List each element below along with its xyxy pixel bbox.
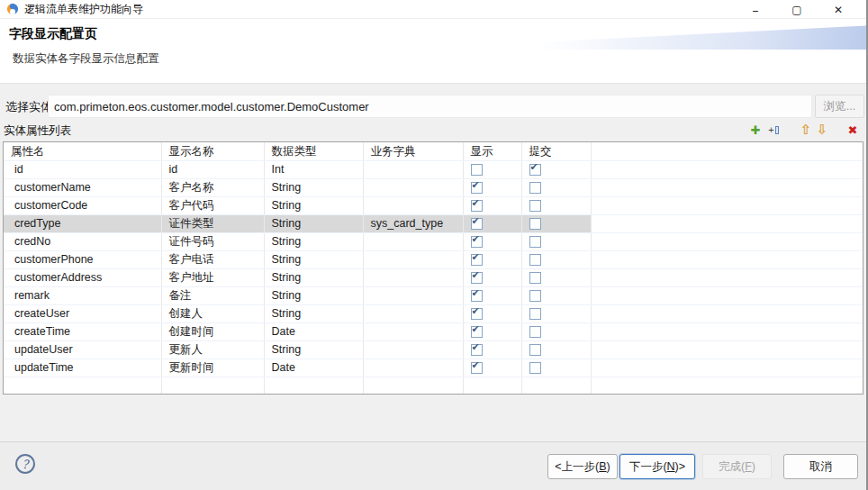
submit-checkbox[interactable] <box>529 254 541 266</box>
display-checkbox[interactable] <box>471 182 483 194</box>
close-button[interactable]: ✕ <box>818 0 859 19</box>
table-row[interactable]: createUser创建人String <box>4 305 863 323</box>
cell-name: credType <box>4 215 161 233</box>
cell-data-type: String <box>264 179 363 197</box>
table-row[interactable]: credType证件类型Stringsys_card_type <box>4 215 863 233</box>
cell-data-type: Int <box>264 161 363 179</box>
cell-display-name: 客户名称 <box>161 179 264 197</box>
add-icon[interactable]: ✚ <box>747 122 764 138</box>
cell-dict <box>363 341 463 359</box>
cell-data-type: String <box>264 251 363 269</box>
move-up-icon[interactable]: ⇧ <box>798 122 814 138</box>
submit-checkbox[interactable] <box>529 290 541 302</box>
column-header-display: 显示 <box>463 142 521 161</box>
cell-display <box>463 233 521 251</box>
cell-filler <box>591 161 863 179</box>
display-checkbox[interactable] <box>471 254 483 266</box>
cell-display <box>463 269 521 287</box>
cell-data-type: String <box>264 215 363 233</box>
cell-name: createUser <box>4 305 161 323</box>
submit-checkbox[interactable] <box>529 236 541 248</box>
display-checkbox[interactable] <box>471 308 483 320</box>
display-checkbox[interactable] <box>471 164 483 176</box>
back-button-label: <上一步( <box>555 460 599 473</box>
table-row[interactable]: remark备注String <box>4 287 863 305</box>
cell-submit <box>521 197 591 215</box>
next-button[interactable]: 下一步(N)> <box>619 454 695 479</box>
move-down-icon[interactable]: ⇩ <box>814 122 830 138</box>
table-row[interactable]: ididInt <box>4 161 863 179</box>
submit-checkbox[interactable] <box>529 164 541 176</box>
finish-button-label: 完成( <box>719 460 745 473</box>
cell-dict: sys_card_type <box>363 215 463 233</box>
entity-input[interactable] <box>48 95 812 118</box>
cell-filler <box>591 197 863 215</box>
table-row[interactable]: customerPhone客户电话String <box>4 251 863 269</box>
submit-checkbox[interactable] <box>529 362 541 374</box>
next-button-label-end: )> <box>675 460 685 473</box>
table-row[interactable]: createTime创建时间Date <box>4 323 863 341</box>
cell-display <box>463 323 521 341</box>
cell-display <box>463 359 521 377</box>
cell-filler <box>591 287 863 305</box>
display-checkbox[interactable] <box>471 272 483 284</box>
cell-display <box>463 251 521 269</box>
table-row[interactable]: credNo证件号码String <box>4 233 863 251</box>
cell-data-type: String <box>264 341 363 359</box>
attribute-toolbar: ✚ + ⇧ ⇩ ✖ <box>747 122 861 138</box>
cell-filler <box>591 179 863 197</box>
submit-checkbox[interactable] <box>529 344 541 356</box>
submit-checkbox[interactable] <box>529 200 541 212</box>
delete-icon[interactable]: ✖ <box>845 122 861 138</box>
maximize-button[interactable]: ▢ <box>776 0 818 19</box>
empty-cell <box>363 377 463 395</box>
empty-row <box>4 395 863 395</box>
cell-name: remark <box>4 287 161 305</box>
cell-data-type: Date <box>264 323 363 341</box>
table-row[interactable]: updateUser更新人String <box>4 341 863 359</box>
cancel-button[interactable]: 取消 <box>783 454 858 479</box>
display-checkbox[interactable] <box>471 344 483 356</box>
attribute-table: 属性名 显示名称 数据类型 业务字典 显示 提交 ididIntcustomer… <box>3 141 863 395</box>
display-checkbox[interactable] <box>471 290 483 302</box>
submit-checkbox[interactable] <box>529 326 541 338</box>
display-checkbox[interactable] <box>471 236 483 248</box>
cell-submit <box>521 251 591 269</box>
cell-display <box>463 287 521 305</box>
next-button-label: 下一步( <box>629 460 667 473</box>
cell-dict <box>363 161 463 179</box>
cell-display <box>463 179 521 197</box>
column-header-display-name: 显示名称 <box>161 142 264 161</box>
column-header-dict: 业务字典 <box>363 142 463 161</box>
browse-button[interactable]: 浏览... <box>815 95 864 118</box>
table-row[interactable]: updateTime更新时间Date <box>4 359 863 377</box>
empty-cell <box>264 377 363 395</box>
cell-data-type: Date <box>264 359 363 377</box>
cell-dict <box>363 197 463 215</box>
column-header-data-type: 数据类型 <box>264 142 363 161</box>
cell-display <box>463 161 521 179</box>
display-checkbox[interactable] <box>471 326 483 338</box>
cell-name: id <box>4 161 161 179</box>
help-button[interactable]: ? <box>15 454 35 474</box>
table-row[interactable]: customerCode客户代码String <box>4 197 863 215</box>
submit-checkbox[interactable] <box>529 272 541 284</box>
display-checkbox[interactable] <box>471 200 483 212</box>
submit-checkbox[interactable] <box>529 218 541 230</box>
display-checkbox[interactable] <box>471 362 483 374</box>
cell-submit <box>521 215 591 233</box>
table-row[interactable]: customerName客户名称String <box>4 179 863 197</box>
column-header-filler <box>591 142 863 161</box>
table-row[interactable]: customerAddress客户地址String <box>4 269 863 287</box>
minimize-button[interactable]: – <box>735 0 776 19</box>
submit-checkbox[interactable] <box>529 308 541 320</box>
attribute-list-head: 实体属性列表 ✚ + ⇧ ⇩ ✖ <box>0 121 866 141</box>
back-button[interactable]: <上一步(B) <box>547 454 618 479</box>
cell-filler <box>591 323 863 341</box>
display-checkbox[interactable] <box>471 218 483 230</box>
empty-cell <box>591 395 863 395</box>
add-column-icon[interactable]: + <box>765 122 782 138</box>
cell-data-type: String <box>264 233 363 251</box>
cell-display-name: 更新人 <box>161 341 264 359</box>
submit-checkbox[interactable] <box>529 182 541 194</box>
